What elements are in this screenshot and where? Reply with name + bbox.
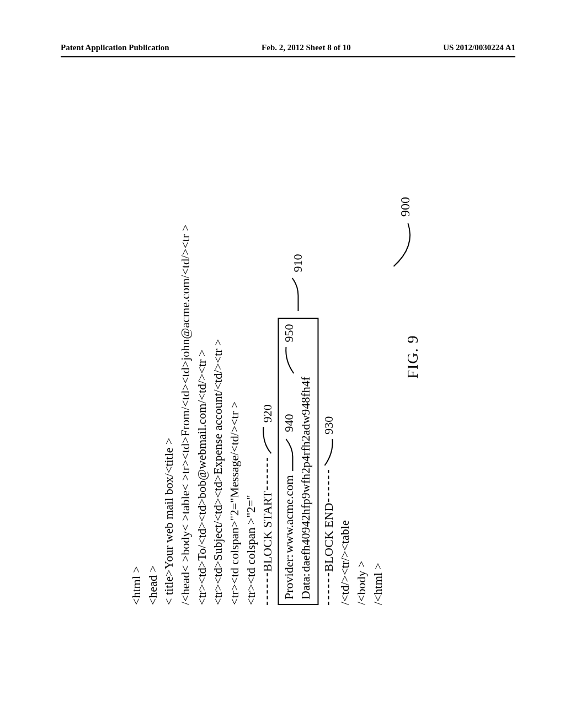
dash-trail2-icon bbox=[328, 470, 329, 502]
callout-930-number: 930 bbox=[321, 416, 337, 435]
callout-910: 910 bbox=[290, 254, 306, 312]
code-line-3: < title>Your web mail box/<title > bbox=[161, 109, 178, 605]
block-end-row: BLOCK END 930 bbox=[321, 109, 337, 605]
header-left: Patent Application Publication bbox=[61, 43, 169, 52]
callout-940-number: 940 bbox=[281, 414, 298, 432]
figure-caption: FIG. 9 bbox=[403, 109, 424, 605]
data-label: Data: bbox=[297, 573, 314, 599]
code-line-5: <tr><td>To/<td><td>bob@webmail.com/<td/>… bbox=[194, 109, 210, 605]
callout-920: 920 bbox=[259, 404, 276, 454]
dash-trail-icon bbox=[267, 458, 268, 490]
dash-lead2-icon bbox=[328, 573, 329, 605]
callout-930: 930 bbox=[321, 416, 337, 467]
figure-9-wrap: <html > <head > < title>Your web mail bo… bbox=[128, 109, 423, 608]
header-center: Feb. 2, 2012 Sheet 8 of 10 bbox=[169, 43, 443, 52]
block-end-label: BLOCK END bbox=[321, 503, 337, 572]
code-line-1: <html > bbox=[128, 109, 145, 605]
block-start-row: BLOCK START 920 bbox=[259, 109, 276, 605]
code-line-after-1: /<td/><tr/><table bbox=[337, 109, 354, 605]
code-line-4: /<head< >body< >table< >tr><td>From/<td>… bbox=[178, 109, 194, 605]
code-line-after-3: /<html > bbox=[370, 109, 386, 605]
header-rule bbox=[61, 56, 515, 57]
callout-910-number: 910 bbox=[290, 254, 306, 272]
page: Patent Application Publication Feb. 2, 2… bbox=[0, 0, 565, 728]
callout-950: 950 bbox=[281, 324, 298, 374]
code-line-2: <head > bbox=[145, 109, 161, 605]
code-line-8: <tr><td colspan >"2=" bbox=[243, 109, 259, 605]
callout-900: 900 bbox=[392, 197, 419, 269]
code-line-after-2: /<body > bbox=[353, 109, 370, 605]
header-right: US 2012/0030224 A1 bbox=[443, 43, 515, 52]
dash-lead-icon bbox=[267, 573, 268, 605]
data-row: Data: daefh40942hfp9wfh2p4rfh2adw948fh4f bbox=[297, 324, 314, 599]
figure-9: <html > <head > < title>Your web mail bo… bbox=[128, 109, 423, 608]
encoded-block-box: Provider: www.acme.com 940 950 Data: bbox=[278, 318, 318, 605]
page-header: Patent Application Publication Feb. 2, 2… bbox=[61, 43, 515, 52]
provider-value: www.acme.com bbox=[281, 475, 298, 554]
code-line-6: <tr><td>Subject/<td><td>Expense account/… bbox=[210, 109, 227, 605]
code-line-7: <tr><td colspan>"2="Message/<td/><tr > bbox=[227, 109, 243, 605]
callout-940: 940 bbox=[281, 414, 298, 472]
callout-900-number: 900 bbox=[396, 197, 414, 217]
provider-row: Provider: www.acme.com 940 950 bbox=[281, 324, 298, 599]
callout-950-number: 950 bbox=[281, 324, 298, 342]
block-start-label: BLOCK START bbox=[259, 491, 276, 572]
provider-label: Provider: bbox=[281, 554, 298, 599]
data-value: daefh40942hfp9wfh2p4rfh2adw948fh4f bbox=[297, 377, 314, 572]
callout-920-number: 920 bbox=[259, 404, 276, 422]
